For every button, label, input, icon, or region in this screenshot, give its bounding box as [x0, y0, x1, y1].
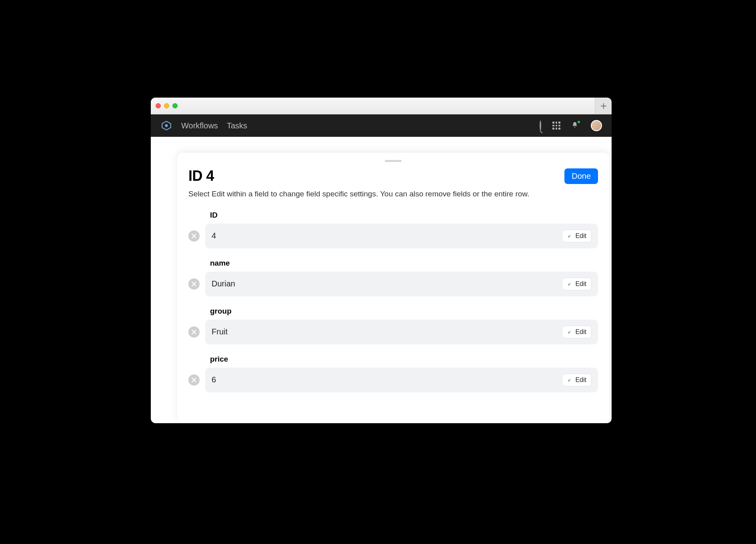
x-icon	[191, 233, 197, 239]
plus-icon	[601, 103, 606, 109]
minimize-window-button[interactable]	[164, 103, 169, 108]
field-value: 4	[212, 231, 216, 240]
field-value: Durian	[212, 279, 235, 288]
expand-icon	[567, 234, 572, 238]
edit-field-button[interactable]: Edit	[562, 374, 592, 386]
done-button[interactable]: Done	[564, 168, 598, 184]
remove-field-button[interactable]	[188, 230, 200, 242]
remove-field-button[interactable]	[188, 326, 200, 338]
search-icon[interactable]	[540, 121, 541, 130]
sheet-description: Select Edit within a field to change fie…	[188, 188, 598, 200]
field-value: 6	[212, 375, 216, 384]
nav-tasks[interactable]: Tasks	[227, 121, 247, 130]
expand-icon	[567, 282, 572, 286]
window-controls	[156, 103, 178, 108]
remove-field-button[interactable]	[188, 278, 200, 290]
x-icon	[191, 281, 197, 287]
field-label: price	[210, 355, 598, 364]
field-value-box: 6 Edit	[205, 368, 598, 392]
field-value-box: 4 Edit	[205, 224, 598, 248]
edit-field-button[interactable]: Edit	[562, 230, 592, 242]
edit-row-sheet: ID 4 Done Select Edit within a field to …	[177, 153, 609, 423]
new-tab-button[interactable]	[595, 98, 612, 114]
expand-icon	[567, 330, 572, 334]
notification-badge	[577, 120, 580, 124]
expand-icon	[567, 378, 572, 382]
x-icon	[191, 329, 197, 335]
apps-grid-icon[interactable]	[552, 122, 560, 130]
field-value: Fruit	[212, 327, 228, 336]
edit-field-button[interactable]: Edit	[562, 278, 592, 290]
sheet-title: ID 4	[188, 168, 214, 184]
fields-list: ID 4 Edit name	[188, 211, 598, 403]
field-label: ID	[210, 211, 598, 220]
edit-label: Edit	[575, 328, 586, 336]
field-label: name	[210, 259, 598, 268]
edit-label: Edit	[575, 280, 586, 288]
maximize-window-button[interactable]	[172, 103, 178, 108]
window-titlebar	[151, 98, 612, 114]
field-value-box: Durian Edit	[205, 272, 598, 296]
nav-workflows[interactable]: Workflows	[181, 121, 218, 130]
x-icon	[191, 377, 197, 383]
field-label: group	[210, 307, 598, 316]
svg-point-1	[165, 124, 168, 127]
app-logo[interactable]	[160, 120, 172, 132]
browser-window: Workflows Tasks ID 4 Done Select Edit wi…	[151, 98, 612, 423]
notifications-icon[interactable]	[572, 121, 580, 130]
field-value-box: Fruit Edit	[205, 320, 598, 344]
remove-field-button[interactable]	[188, 374, 200, 386]
edit-label: Edit	[575, 376, 586, 384]
field-name: name Durian Edit	[188, 259, 598, 296]
drag-handle[interactable]	[385, 160, 402, 162]
edit-field-button[interactable]: Edit	[562, 326, 592, 338]
app-header: Workflows Tasks	[151, 114, 612, 137]
edit-label: Edit	[575, 232, 586, 240]
close-window-button[interactable]	[156, 103, 161, 108]
field-price: price 6 Edit	[188, 355, 598, 392]
user-avatar[interactable]	[591, 120, 602, 131]
field-id: ID 4 Edit	[188, 211, 598, 248]
field-group: group Fruit Edit	[188, 307, 598, 344]
